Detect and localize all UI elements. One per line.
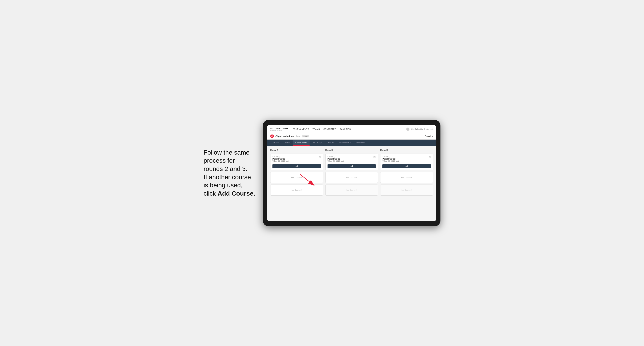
instruction-line5: is being used, [204,181,242,189]
round-3-add-course-label-1: Add Course + [401,176,412,178]
round-3-remove-button[interactable]: ⊡ [428,156,431,159]
tablet-frame: SCOREBOARD Powered by clippd TOURNAMENTS… [263,120,440,226]
round-2-course-info: (Course A) Peachtree GC Yellow (M) (6629… [328,156,344,164]
round-3-course-details: Yellow (M) (6629 yds) [382,160,398,162]
tab-results[interactable]: Results [325,140,336,146]
round-2-label: Round 2 [325,149,378,151]
round-3-course-info: (Course A) Peachtree GC Yellow (M) (6629… [382,156,398,164]
round-3-column: Round 3 (Course A) Peachtree GC Yellow (… [380,149,433,195]
round-2-column: Round 2 (Course A) Peachtree GC Yellow (… [325,149,378,195]
gender-tag: (Men) [296,135,300,137]
round-2-edit-button[interactable]: Edit [328,164,376,168]
round-1-edit-button[interactable]: Edit [272,164,321,168]
round-1-course-name: Peachtree GC [272,158,289,160]
pipe-separator: | [424,128,425,130]
hosting-badge: Hosting [302,135,309,137]
round-2-card-header-row: (Course A) Peachtree GC Yellow (M) (6629… [328,156,376,164]
tab-bar: Details Teams Course Setup Tee Groups Re… [267,140,436,146]
round-2-add-course-label-2: Add Course + [346,189,357,191]
nav-rankings[interactable]: RANKINGS [340,128,351,130]
round-1-course-tag: (Course A) [272,156,289,158]
nav-tournaments[interactable]: TOURNAMENTS [292,128,309,130]
brand-logo: SCOREBOARD Powered by clippd [270,127,288,131]
user-avatar [406,128,410,131]
tab-printables[interactable]: Printables [354,140,368,146]
cancel-button[interactable]: Cancel ✕ [425,135,433,137]
round-2-remove-button[interactable]: ⊡ [373,156,376,159]
nav-teams[interactable]: TEAMS [312,128,320,130]
round-1-column: Round 1 (Course A) Peachtree GC Yellow (… [270,149,323,195]
nav-links: TOURNAMENTS TEAMS COMMITTEE RANKINGS [292,128,406,130]
tab-tee-groups[interactable]: Tee Groups [310,140,325,146]
course-info: (Course A) Peachtree GC Yellow (M) (6629… [272,156,289,164]
tablet-screen: SCOREBOARD Powered by clippd TOURNAMENTS… [267,125,436,221]
round-2-add-course-label-1: Add Course + [346,176,357,178]
round-1-add-course-2[interactable]: Add Course + [270,184,323,195]
round-3-label: Round 3 [380,149,433,151]
user-email: blair@clippd.io [411,128,423,130]
round-1-remove-button[interactable]: ⊡ [318,156,321,159]
instruction-line6: click [204,190,218,197]
rounds-grid: Round 1 (Course A) Peachtree GC Yellow (… [270,149,433,195]
tab-course-setup[interactable]: Course Setup [292,140,310,146]
tab-leaderboards[interactable]: Leaderboards [336,140,354,146]
round-2-course-tag: (Course A) [328,156,344,158]
round-1-add-course-label-1: Add Course + [291,176,302,178]
instruction-line1: Follow the same [204,149,250,156]
round-3-add-course-label-2: Add Course + [401,189,412,191]
instruction-line3: rounds 2 and 3. [204,165,247,172]
round-1-course-card: (Course A) Peachtree GC Yellow (M) (6629… [270,154,323,170]
sign-out-link[interactable]: Sign out [426,128,433,130]
round-3-add-course-1[interactable]: Add Course + [380,172,433,183]
tab-teams[interactable]: Teams [282,140,292,146]
round-3-course-card: (Course A) Peachtree GC Yellow (M) (6629… [380,154,433,170]
round-2-course-name: Peachtree GC [328,158,344,160]
card-header-row: (Course A) Peachtree GC Yellow (M) (6629… [272,156,321,164]
round-3-edit-button[interactable]: Edit [382,164,431,168]
instruction-line4: If another course [204,173,251,180]
round-1-add-course-1[interactable]: Add Course + [270,172,323,183]
tab-details[interactable]: Details [270,140,282,146]
clippd-logo: C [270,135,274,138]
main-content: Round 1 (Course A) Peachtree GC Yellow (… [267,146,436,221]
round-1-add-course-label-2: Add Course + [291,189,302,191]
powered-by: Powered by clippd [270,130,288,131]
round-1-course-details: Yellow (M) (6629 yds) [272,160,289,162]
instruction-bold: Add Course. [218,190,255,197]
round-3-add-course-2: Add Course + [380,184,433,195]
tournament-name: Clippd Invitational [276,135,294,137]
instruction-line2: process for [204,157,235,164]
instruction-text: Follow the same process for rounds 2 and… [204,149,263,198]
sub-header-left: C Clippd Invitational (Men) Hosting [270,135,309,138]
round-3-course-tag: (Course A) [382,156,398,158]
top-nav: SCOREBOARD Powered by clippd TOURNAMENTS… [267,125,436,133]
brand-name: SCOREBOARD [270,127,288,130]
round-1-label: Round 1 [270,149,323,151]
nav-committee[interactable]: COMMITTEE [324,128,336,130]
round-2-add-course-1[interactable]: Add Course + [325,172,378,183]
round-2-course-card: (Course A) Peachtree GC Yellow (M) (6629… [325,154,378,170]
outer-wrapper: Follow the same process for rounds 2 and… [184,120,460,226]
round-3-course-name: Peachtree GC [382,158,398,160]
sub-header: C Clippd Invitational (Men) Hosting Canc… [267,133,436,140]
round-3-card-header-row: (Course A) Peachtree GC Yellow (M) (6629… [382,156,431,164]
round-2-course-details: Yellow (M) (6629 yds) [328,160,344,162]
round-2-add-course-2: Add Course + [325,184,378,195]
nav-right: blair@clippd.io | Sign out [406,128,433,131]
